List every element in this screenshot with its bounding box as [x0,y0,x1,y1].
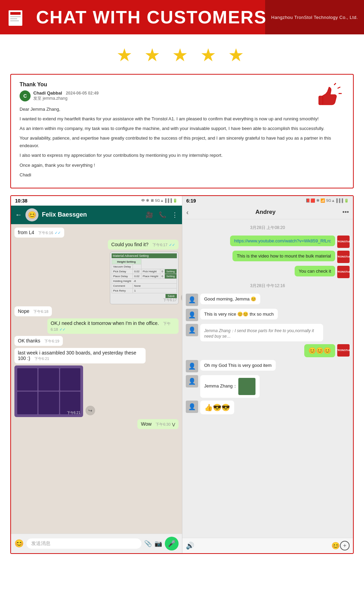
wc-brand-badge: TRONSToL [337,236,350,248]
svg-rect-3 [10,18,17,19]
svg-line-6 [334,83,336,85]
list-item: OK thanks 下午6:19 [14,336,63,346]
wp-chat-area: from L4 下午6:16 ✓✓ Could you find it? 下午6… [11,224,182,534]
stars-section: ★ ★ ★ ★ ★ [0,34,364,70]
wp-time: 10:38 [15,198,27,204]
wc-status-icons: 📕🟥 ✱ 📶 5G▲▐▐▐ 🔋 [306,198,349,203]
stars-display: ★ ★ ★ ★ ★ [0,45,364,65]
sender-row: C Chadi Qabbal 2024-06-05 02:49 发至 jemma… [20,90,344,101]
list-item: Could you find it? 下午6:17 ✓✓ [108,240,178,250]
boards-image: 下午6:21 [14,365,83,417]
logo-icon [7,5,31,29]
wc-voice-button[interactable]: 🔊 [186,542,194,550]
wp-contact-name: Felix Baessgen [42,211,142,218]
wc-brand-badge-3: TRONSToL [337,266,350,278]
list-item: 下午6:21 ↪ [14,365,83,417]
wp-video-icon[interactable]: 🎥 [146,211,153,219]
wc-time: 6:19 [186,198,196,204]
wp-status-bar: 10:38 👁 ✱ 🖥 5G▲▐▐▐ 🔋 [11,196,182,206]
list-item: Material Advanced Setting Height Setting… [110,252,179,304]
header-company: Hangzhou TronStol Technology Co., Ltd. [265,0,364,34]
wp-header: ← 😊 Felix Baessgen 🎥 📞 ⋮ [11,206,182,224]
wp-avatar: 😊 [25,208,38,221]
wp-forward-button-2[interactable]: ↪ [86,406,95,415]
wc-avatar-6: 👤 [186,401,198,413]
sender-name: Chadi Qabbal 2024-06-05 02:49 [33,90,99,96]
settings-screenshot: Material Advanced Setting Height Setting… [110,252,179,304]
sender-to: 发至 jemma.zhang [33,96,99,101]
svg-rect-2 [10,16,21,17]
product-thumbnail [238,378,255,395]
svg-marker-5 [9,7,22,10]
wc-date-badge-1: 3月28日 上午08:20 [186,225,350,231]
thank-you-title: Thank You [20,81,344,88]
wc-brand-badge-2: TRONSToL [337,251,350,263]
list-item: This is the video how to mount the bulk … [186,251,350,263]
list-item: 👤 Jemma Zhang：I send those parts for fre… [186,324,350,341]
list-item: Wow 下午6:30 ⋁ [137,419,178,429]
wp-forward-button[interactable]: ↪ [181,293,182,303]
wp-menu-icon[interactable]: ⋮ [172,211,178,219]
thumbs-up-icon [315,81,343,110]
wp-mic-button[interactable]: 🎤 [165,537,179,550]
list-item: 👤 👍😎😎 [186,401,350,414]
wp-attach-button[interactable]: 📎 [144,540,152,547]
wp-camera-button[interactable]: 📷 [155,540,162,547]
list-item: You can check it TRONSToL [186,266,350,278]
list-item: 👤 This is very nice 😊😊 thx so much [186,309,350,321]
sender-info: Chadi Qabbal 2024-06-05 02:49 发至 jemma.z… [33,90,99,101]
header-title: CHAT WITH CUSTOMERS [36,7,267,28]
wc-contact-name: Andrey [255,209,276,216]
wc-header: ‹ Andrey ••• [182,206,353,219]
wc-plus-button[interactable]: + [340,541,350,550]
youtube-link[interactable]: https://www.youtube.com/watch?v=Wk859_Rf… [234,238,331,243]
wc-avatar-2: 👤 [186,309,198,321]
wc-avatar-4: 👤 [186,360,198,372]
thank-you-card: Thank You C Chadi Qabbal 2024-06-05 02:4… [10,74,354,188]
wp-emoji-button[interactable]: 😊 [14,539,24,548]
list-item: Nope 下午6:18 [14,306,52,316]
right-panel-wechat: 6:19 📕🟥 ✱ 📶 5G▲▐▐▐ 🔋 ‹ Andrey ••• 3月28日 … [182,196,353,553]
list-item: last week i assambled 300 boards, and ye… [14,348,146,363]
sender-avatar: C [20,90,31,101]
wc-status-bar: 6:19 📕🟥 ✱ 📶 5G▲▐▐▐ 🔋 [182,196,353,206]
wp-back-button[interactable]: ← [15,211,22,219]
wc-avatar-3: 👤 [186,324,198,336]
svg-rect-9 [319,96,323,105]
svg-rect-4 [10,20,19,21]
wc-brand-badge-4: TRONSToL [337,344,350,357]
svg-rect-1 [10,12,21,15]
wc-menu-button[interactable]: ••• [342,209,349,216]
list-item: OK,I need check it tomorrow when I'm in … [47,318,179,334]
wc-back-button[interactable]: ‹ [186,208,189,216]
header: CHAT WITH CUSTOMERS Hangzhou TronStol Te… [0,0,364,34]
list-item: https://www.youtube.com/watch?v=Wk859_Rf… [186,236,350,248]
wc-avatar-1: 👤 [186,294,198,306]
wp-message-input[interactable]: 发送消息 [26,538,141,549]
list-item: from L4 下午6:16 ✓✓ [14,228,64,238]
list-item: 😊😊😊 TRONSToL [186,344,350,357]
left-panel-whatsapp: 10:38 👁 ✱ 🖥 5G▲▐▐▐ 🔋 ← 😊 Felix Baessgen … [11,196,182,553]
svg-line-7 [338,87,340,88]
wp-call-icon[interactable]: 📞 [159,211,166,219]
list-item: 👤 Good morning, Jemma 😊 [186,294,350,306]
wc-chat-area: 3月28日 上午08:20 https://www.youtube.com/wa… [182,219,353,538]
chat-panels: 10:38 👁 ✱ 🖥 5G▲▐▐▐ 🔋 ← 😊 Felix Baessgen … [10,195,354,554]
list-item: 👤 Jemma Zhang： [186,375,350,398]
wp-input-bar: 😊 发送消息 📎 📷 🎤 [11,534,182,553]
wp-header-icons: 🎥 📞 ⋮ [146,211,178,219]
wp-status-icons: 👁 ✱ 🖥 5G▲▐▐▐ 🔋 [141,198,178,203]
wc-avatar-5: 👤 [186,375,198,387]
wc-date-badge-2: 3月28日 中午12:16 [186,283,350,289]
wc-emoji-button[interactable]: 😊 [331,542,340,550]
wc-input-bar: 🔊 😊 + [182,538,353,553]
list-item: 👤 Oh my God This is very good item [186,360,350,372]
email-body: Dear Jemma Zhang, I wanted to extend my … [20,106,344,179]
